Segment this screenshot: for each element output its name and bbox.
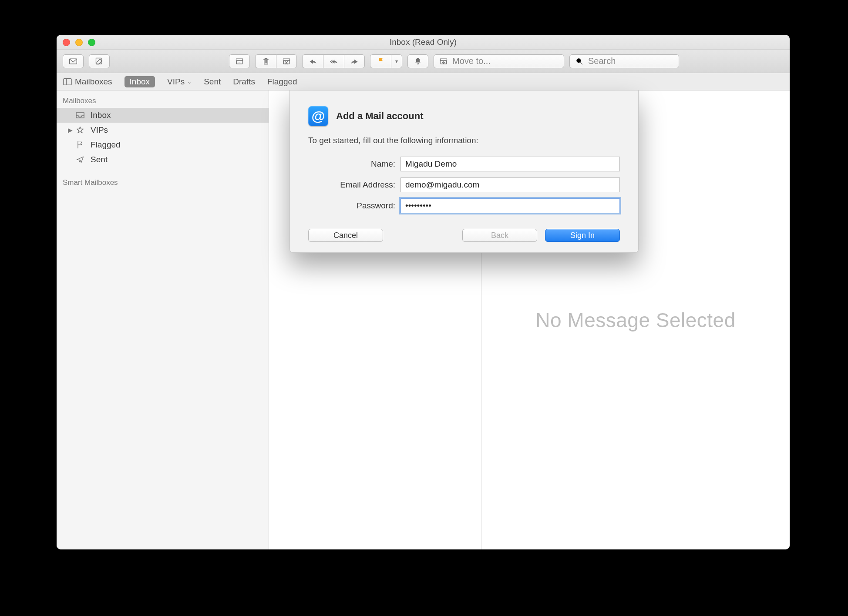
sidebar-item-vips[interactable]: ▶ VIPs [57, 123, 269, 137]
sidebar-heading-mailboxes: Mailboxes [57, 92, 269, 108]
email-label: Email Address: [308, 180, 395, 190]
search-icon [575, 57, 584, 66]
delete-group [255, 54, 297, 68]
password-field[interactable] [400, 198, 620, 213]
reply-button[interactable] [302, 54, 323, 68]
name-label: Name: [308, 159, 395, 169]
move-icon [439, 57, 448, 66]
sidebar: Mailboxes Inbox ▶ VIPs [57, 90, 269, 549]
search-placeholder: Search [588, 56, 616, 66]
sidebar-heading-smart: Smart Mailboxes [57, 174, 269, 190]
move-to-placeholder: Move to... [452, 56, 491, 66]
sidebar-icon [63, 78, 72, 86]
close-window-button[interactable] [63, 39, 70, 46]
inbox-icon [75, 111, 85, 120]
svg-point-14 [576, 58, 581, 63]
sidebar-item-sent[interactable]: Sent [57, 152, 269, 167]
svg-rect-9 [283, 60, 289, 64]
get-mail-button[interactable] [63, 54, 84, 68]
sidebar-item-label: Sent [91, 155, 108, 164]
sidebar-item-flagged[interactable]: Flagged [57, 137, 269, 152]
fav-drafts[interactable]: Drafts [233, 77, 255, 87]
delete-button[interactable] [255, 54, 276, 68]
flag-icon [75, 141, 85, 149]
sign-in-button[interactable]: Sign In [545, 229, 620, 242]
mute-button[interactable] [407, 54, 428, 68]
fav-vips[interactable]: VIPs⌄ [167, 77, 192, 87]
sidebar-item-label: VIPs [91, 125, 108, 135]
toolbar: ▾ Move to... Search [57, 50, 790, 73]
reply-all-button[interactable] [323, 54, 344, 68]
chevron-down-icon: ⌄ [187, 79, 192, 85]
window-title: Inbox (Read Only) [390, 37, 457, 47]
fav-inbox[interactable]: Inbox [125, 76, 155, 87]
junk-button[interactable] [276, 54, 297, 68]
svg-line-15 [581, 62, 582, 64]
password-label: Password: [308, 201, 395, 211]
flag-button[interactable] [370, 54, 391, 68]
minimize-window-button[interactable] [75, 39, 83, 46]
move-to-field[interactable]: Move to... [434, 54, 564, 68]
compose-button[interactable] [89, 54, 110, 68]
titlebar: Inbox (Read Only) [57, 35, 790, 50]
account-form: Name: Email Address: Password: [308, 157, 620, 213]
star-icon [75, 126, 85, 134]
mailboxes-label: Mailboxes [75, 77, 112, 87]
window-controls [63, 39, 95, 46]
no-message-label: No Message Selected [535, 308, 736, 332]
maximize-window-button[interactable] [88, 39, 95, 46]
svg-rect-16 [64, 78, 71, 84]
sheet-title: Add a Mail account [336, 110, 423, 122]
fav-flagged[interactable]: Flagged [267, 77, 297, 87]
fav-sent[interactable]: Sent [204, 77, 221, 87]
sidebar-item-label: Flagged [91, 140, 121, 150]
sheet-description: To get started, fill out the following i… [308, 136, 620, 145]
favorites-bar: Mailboxes Inbox VIPs⌄ Sent Drafts Flagge… [57, 73, 790, 90]
sidebar-item-inbox[interactable]: Inbox [57, 108, 269, 123]
add-account-sheet: @ Add a Mail account To get started, fil… [289, 90, 639, 253]
disclosure-triangle-icon[interactable]: ▶ [68, 127, 72, 134]
cancel-button[interactable]: Cancel [308, 229, 383, 242]
sidebar-item-label: Inbox [91, 110, 111, 120]
forward-button[interactable] [344, 54, 365, 68]
paper-plane-icon [75, 155, 85, 164]
flag-group: ▾ [370, 54, 402, 68]
reply-group [302, 54, 365, 68]
email-field[interactable] [400, 177, 620, 192]
name-field[interactable] [400, 157, 620, 171]
flag-menu-button[interactable]: ▾ [391, 54, 402, 68]
archive-button[interactable] [229, 54, 250, 68]
show-mailboxes-button[interactable]: Mailboxes [63, 77, 112, 87]
mail-window: Inbox (Read Only) [57, 35, 790, 549]
at-sign-icon: @ [308, 106, 328, 126]
search-field[interactable]: Search [569, 54, 679, 68]
sheet-buttons: Cancel Back Sign In [308, 229, 620, 242]
svg-rect-5 [264, 59, 267, 64]
back-button[interactable]: Back [462, 229, 537, 242]
